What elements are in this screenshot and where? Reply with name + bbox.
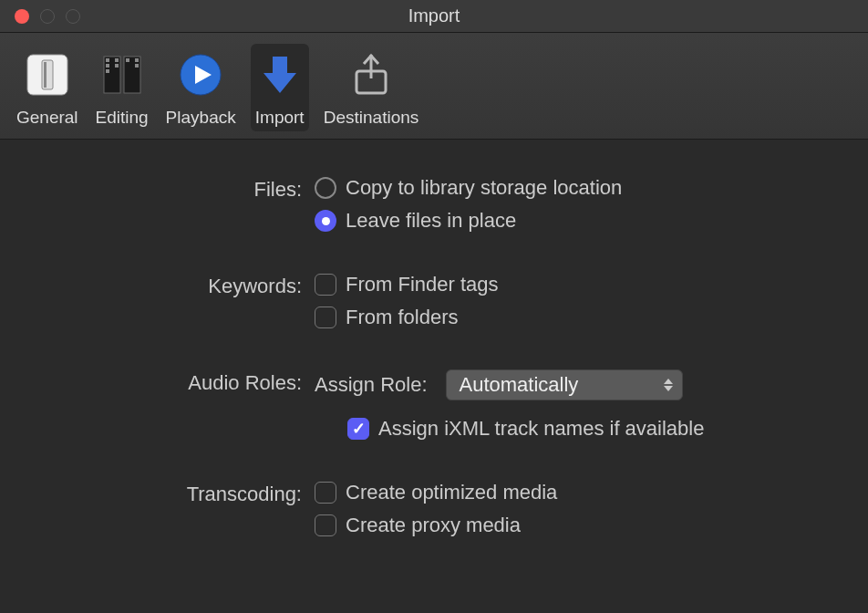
svg-rect-12	[135, 64, 139, 68]
radio-icon	[315, 177, 336, 199]
files-label: Files:	[18, 176, 315, 202]
tab-editing[interactable]: Editing	[93, 44, 151, 131]
toolbar: General Editing	[0, 33, 868, 140]
checkbox-icon	[347, 418, 369, 440]
tab-label: General	[16, 108, 78, 128]
assign-role-label: Assign Role:	[315, 373, 428, 397]
files-row: Files: Copy to library storage location …	[18, 176, 850, 233]
keywords-label: Keywords:	[18, 273, 315, 298]
checkbox-label: Create proxy media	[346, 514, 521, 537]
svg-rect-2	[44, 62, 46, 88]
checkbox-label: Assign iXML track names if available	[378, 417, 704, 441]
checkbox-icon	[315, 514, 336, 536]
titlebar: Import	[0, 0, 868, 33]
tab-destinations[interactable]: Destinations	[322, 44, 421, 131]
keywords-finder-option[interactable]: From Finder tags	[315, 273, 850, 296]
transcoding-label: Transcoding:	[18, 481, 315, 506]
svg-rect-6	[106, 64, 109, 68]
tab-label: Destinations	[324, 108, 419, 128]
svg-marker-18	[664, 379, 673, 384]
traffic-lights	[0, 9, 80, 24]
select-value: Automatically	[460, 373, 579, 397]
audio-roles-row: Audio Roles: Assign Role: Automatically …	[18, 369, 850, 441]
tab-label: Playback	[166, 108, 236, 128]
assign-ixml-option[interactable]: Assign iXML track names if available	[347, 417, 850, 441]
destinations-icon	[344, 47, 398, 102]
tab-import[interactable]: Import	[251, 44, 309, 131]
files-copy-option[interactable]: Copy to library storage location	[315, 176, 850, 200]
radio-label: Leave files in place	[346, 209, 516, 233]
optimized-media-option[interactable]: Create optimized media	[315, 481, 850, 504]
preferences-content: Files: Copy to library storage location …	[0, 140, 868, 613]
transcoding-row: Transcoding: Create optimized media Crea…	[18, 481, 850, 537]
keywords-folders-option[interactable]: From folders	[315, 306, 850, 329]
svg-rect-9	[115, 64, 119, 68]
svg-rect-1	[42, 60, 53, 89]
audio-roles-label: Audio Roles:	[18, 369, 315, 395]
radio-icon	[315, 210, 336, 232]
checkbox-label: From Finder tags	[346, 273, 499, 296]
playback-icon	[173, 47, 228, 102]
checkbox-label: From folders	[346, 306, 458, 329]
proxy-media-option[interactable]: Create proxy media	[315, 514, 850, 537]
import-icon	[253, 47, 307, 102]
tab-playback[interactable]: Playback	[164, 44, 238, 131]
svg-rect-10	[126, 58, 129, 62]
svg-rect-7	[106, 69, 109, 73]
checkbox-icon	[315, 274, 336, 296]
checkbox-icon	[315, 306, 336, 328]
checkbox-icon	[315, 482, 336, 504]
minimize-window-button[interactable]	[40, 9, 55, 24]
checkbox-label: Create optimized media	[346, 481, 557, 504]
editing-icon	[95, 47, 150, 102]
general-icon	[20, 47, 75, 102]
svg-rect-5	[106, 58, 109, 62]
svg-marker-19	[664, 386, 673, 391]
updown-icon	[664, 379, 673, 391]
svg-rect-8	[115, 58, 119, 62]
keywords-row: Keywords: From Finder tags From folders	[18, 273, 850, 329]
assign-role-select[interactable]: Automatically	[446, 369, 683, 400]
tab-label: Import	[255, 108, 305, 128]
radio-label: Copy to library storage location	[346, 176, 622, 200]
window-title: Import	[0, 5, 868, 26]
files-leave-option[interactable]: Leave files in place	[315, 209, 850, 233]
close-window-button[interactable]	[15, 9, 29, 24]
tab-general[interactable]: General	[15, 44, 80, 131]
svg-rect-11	[135, 58, 139, 62]
tab-label: Editing	[96, 108, 149, 128]
zoom-window-button[interactable]	[66, 9, 80, 24]
assign-role-row: Assign Role: Automatically	[315, 369, 850, 400]
